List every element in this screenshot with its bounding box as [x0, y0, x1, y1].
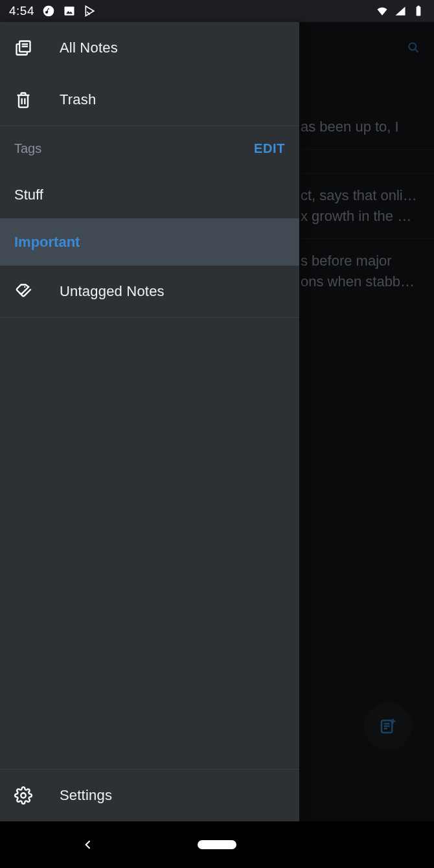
drawer-scroll: All Notes Trash Tags EDIT Stuff Importan… [0, 22, 299, 769]
divider [0, 317, 299, 318]
battery-icon [412, 5, 425, 17]
wifi-icon [376, 5, 389, 17]
drawer-footer: Settings [0, 769, 299, 821]
tag-label: Stuff [14, 187, 43, 203]
svg-point-0 [43, 6, 54, 17]
svg-rect-2 [417, 6, 421, 16]
music-icon [42, 5, 55, 17]
gear-icon [14, 786, 32, 805]
home-pill[interactable] [198, 840, 236, 849]
sidebar-item-label: All Notes [60, 40, 118, 56]
play-store-icon [84, 5, 97, 17]
system-nav-bar [0, 821, 434, 868]
tags-header-label: Tags [14, 141, 41, 156]
sidebar-item-label: Trash [60, 91, 96, 108]
sidebar-item-untagged[interactable]: Untagged Notes [0, 266, 299, 317]
svg-point-18 [21, 793, 25, 797]
status-bar-right [376, 5, 425, 17]
picture-icon [63, 5, 76, 17]
svg-point-17 [24, 286, 25, 288]
tag-item-important[interactable]: Important [0, 218, 299, 266]
sidebar-item-settings[interactable]: Settings [0, 770, 299, 821]
trash-icon [14, 91, 32, 109]
sidebar-item-label: Untagged Notes [60, 283, 165, 300]
tags-header: Tags EDIT [0, 126, 299, 171]
edit-tags-button[interactable]: EDIT [254, 141, 285, 156]
notes-icon [14, 39, 32, 57]
sidebar-item-label: Settings [60, 787, 112, 804]
cell-signal-icon [394, 5, 407, 17]
tag-item-stuff[interactable]: Stuff [0, 171, 299, 218]
sidebar-item-all-notes[interactable]: All Notes [0, 22, 299, 74]
tag-label: Important [14, 234, 80, 251]
status-bar: 4:54 [0, 0, 434, 22]
status-bar-left: 4:54 [9, 4, 97, 18]
navigation-drawer: All Notes Trash Tags EDIT Stuff Importan… [0, 22, 299, 821]
svg-rect-1 [64, 6, 74, 15]
svg-rect-3 [417, 6, 419, 7]
back-button[interactable] [82, 838, 95, 851]
sidebar-item-trash[interactable]: Trash [0, 74, 299, 126]
tags-icon [14, 282, 32, 301]
screen: 4:54 [0, 0, 434, 868]
status-bar-time: 4:54 [9, 4, 34, 18]
